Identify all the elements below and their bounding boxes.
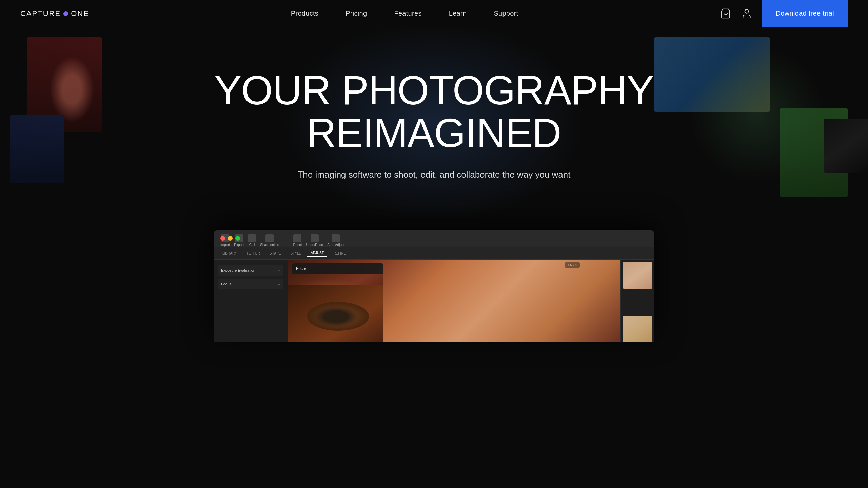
cart-icon[interactable]: [720, 8, 731, 19]
app-tab-bar: LIBRARY TETHER SHAPE STYLE ADJUST REFINE: [214, 247, 654, 260]
focus-panel-title: Focus: [296, 266, 307, 271]
window-controls: [220, 236, 240, 241]
nav-item-products[interactable]: Products: [291, 9, 318, 17]
hero-title-line2: REIMAGINED: [307, 110, 561, 156]
nav-item-learn[interactable]: Learn: [449, 9, 467, 17]
tab-style[interactable]: STYLE: [287, 250, 305, 257]
autoadjust-icon: [332, 234, 340, 242]
panel-focus[interactable]: Focus ···: [218, 279, 283, 289]
app-window: Import Export Cull Share online: [214, 230, 654, 342]
zoom-value: 146%: [568, 263, 577, 267]
toolbar-import-label: Import: [220, 243, 230, 247]
toolbar-export-label: Export: [234, 243, 244, 247]
panel-focus-menu-icon[interactable]: ···: [276, 281, 280, 287]
tab-tether[interactable]: TETHER: [243, 250, 263, 257]
panel-exposure[interactable]: Exposure Evaluation ···: [218, 265, 283, 276]
toolbar-cull[interactable]: Cull: [248, 234, 256, 247]
window-maximize-button[interactable]: [235, 236, 240, 241]
header-right: Download free trial: [720, 0, 848, 27]
app-body: Exposure Evaluation ··· Focus ···: [214, 260, 654, 342]
focus-panel-header: Focus ···: [292, 263, 383, 274]
logo[interactable]: CAPTURE ONE: [20, 9, 89, 18]
tab-library[interactable]: LIBRARY: [219, 250, 240, 257]
main-nav: Products Pricing Features Learn Support: [291, 9, 518, 17]
download-cta-button[interactable]: Download free trial: [762, 0, 848, 27]
panel-exposure-title: Exposure Evaluation: [221, 268, 255, 272]
app-panel-right: [620, 260, 654, 342]
reset-icon: [293, 234, 301, 242]
app-screenshot-section: Import Export Cull Share online: [0, 230, 868, 342]
eye-detail-overlay: [288, 285, 383, 342]
app-toolbar: Import Export Cull Share online: [214, 230, 654, 247]
hero-title-line1: YOUR PHOTOGRAPHY: [214, 67, 653, 113]
focus-panel-menu-icon[interactable]: ···: [375, 266, 379, 271]
hero-subtitle: The imaging software to shoot, edit, and…: [281, 168, 587, 182]
tab-refine[interactable]: REFINE: [330, 250, 349, 257]
toolbar-undoredo-label: Undo/Redo: [306, 243, 323, 247]
window-minimize-button[interactable]: [228, 236, 233, 241]
toolbar-autoadjust[interactable]: Auto Adjust: [327, 234, 344, 247]
logo-text-part1: CAPTURE: [20, 9, 61, 18]
toolbar-separator: [286, 237, 286, 245]
hero-text-block: YOUR PHOTOGRAPHY REIMAGINED The imaging …: [214, 69, 653, 182]
hero-photo-photographer-right: [824, 119, 868, 173]
app-sidebar: Exposure Evaluation ··· Focus ···: [214, 260, 288, 342]
toolbar-cull-label: Cull: [249, 243, 255, 247]
nav-item-pricing[interactable]: Pricing: [346, 9, 367, 17]
panel-exposure-header: Exposure Evaluation ···: [221, 268, 280, 273]
zoom-indicator: 146%: [565, 262, 580, 268]
panel-exposure-menu-icon[interactable]: ···: [276, 268, 280, 273]
share-icon: [265, 234, 274, 242]
toolbar-reset[interactable]: Reset: [293, 234, 302, 247]
toolbar-group-edit: Reset Undo/Redo Auto Adjust: [293, 234, 344, 247]
undoredo-icon: [311, 234, 319, 242]
toolbar-autoadjust-label: Auto Adjust: [327, 243, 344, 247]
toolbar-undoredo[interactable]: Undo/Redo: [306, 234, 323, 247]
toolbar-share-label: Share online: [260, 243, 279, 247]
svg-point-1: [745, 9, 748, 13]
tab-shape[interactable]: SHAPE: [266, 250, 284, 257]
panel-focus-header: Focus ···: [221, 281, 280, 287]
tab-adjust[interactable]: ADJUST: [307, 250, 327, 257]
nav-item-features[interactable]: Features: [394, 9, 421, 17]
hero-photo-portrait-left: [27, 37, 102, 132]
thumbnail-item-1[interactable]: [623, 262, 652, 289]
toolbar-reset-label: Reset: [293, 243, 302, 247]
account-icon[interactable]: [741, 8, 752, 19]
panel-focus-title: Focus: [221, 282, 231, 286]
cull-icon: [248, 234, 256, 242]
toolbar-share[interactable]: Share online: [260, 234, 279, 247]
logo-text-part2: ONE: [71, 9, 89, 18]
header: CAPTURE ONE Products Pricing Features Le…: [0, 0, 868, 27]
hero-photo-underwater-right: [654, 37, 770, 112]
sidebar-section-panels: Exposure Evaluation ··· Focus ···: [214, 263, 288, 294]
thumbnail-item-2[interactable]: [623, 316, 652, 342]
window-close-button[interactable]: [220, 236, 225, 241]
hero-section: YOUR PHOTOGRAPHY REIMAGINED The imaging …: [0, 27, 868, 217]
hero-photo-dress-right: [780, 108, 848, 197]
hero-title: YOUR PHOTOGRAPHY REIMAGINED: [214, 69, 653, 154]
app-main-view: 146% Focus ···: [288, 260, 620, 342]
nav-item-support[interactable]: Support: [494, 9, 518, 17]
logo-dot-icon: [63, 11, 68, 16]
hero-photo-tablet-left: [10, 115, 64, 183]
